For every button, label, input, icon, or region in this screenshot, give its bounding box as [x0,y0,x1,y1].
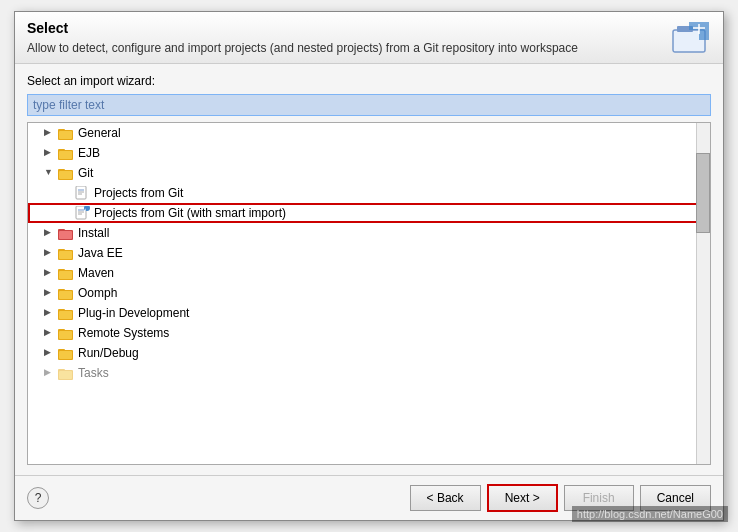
scrollbar[interactable] [696,123,710,464]
folder-icon-plugin-dev [58,306,74,320]
svg-text:i: i [85,207,86,212]
svg-rect-13 [59,171,72,179]
svg-rect-29 [59,251,72,259]
chevron-projects-from-git [60,187,72,199]
tree-item-tasks[interactable]: ▶ Tasks [28,363,710,383]
tree-item-run-debug[interactable]: ▶ Run/Debug [28,343,710,363]
svg-rect-47 [59,371,72,379]
tree-item-general[interactable]: ▶ General [28,123,710,143]
label-ejb: EJB [78,146,100,160]
folder-icon-java-ee [58,246,74,260]
tree-item-plugin-dev[interactable]: ▶ Plug-in Development [28,303,710,323]
tree-item-oomph[interactable]: ▶ Oomph [28,283,710,303]
page-icon-projects-smart: i [74,206,90,220]
tree-item-maven[interactable]: ▶ Maven [28,263,710,283]
svg-rect-38 [59,311,72,319]
dialog-description: Allow to detect, configure and import pr… [27,40,578,57]
tree-container: ▶ General ▶ EJB ▼ [27,122,711,465]
finish-button[interactable]: Finish [564,485,634,511]
tree-item-install[interactable]: ▶ Install [28,223,710,243]
filter-input[interactable] [27,94,711,116]
dialog-title: Select [27,20,578,36]
svg-rect-26 [59,231,72,239]
dialog-footer: ? < Back Next > Finish Cancel [15,475,723,520]
svg-rect-7 [59,131,72,139]
chevron-java-ee: ▶ [44,247,56,259]
title-icon [671,20,711,56]
page-icon-projects-from-git [74,186,90,200]
label-oomph: Oomph [78,286,117,300]
svg-rect-10 [59,151,72,159]
svg-rect-44 [59,351,72,359]
help-button[interactable]: ? [27,487,49,509]
tree-item-remote-systems[interactable]: ▶ Remote Systems [28,323,710,343]
svg-rect-35 [59,291,72,299]
chevron-install: ▶ [44,227,56,239]
label-git: Git [78,166,93,180]
chevron-maven: ▶ [44,267,56,279]
cancel-button[interactable]: Cancel [640,485,711,511]
dialog-title-bar: Select Allow to detect, configure and im… [15,12,723,64]
folder-icon-ejb [58,146,74,160]
label-general: General [78,126,121,140]
chevron-oomph: ▶ [44,287,56,299]
label-run-debug: Run/Debug [78,346,139,360]
tree-item-projects-from-git[interactable]: Projects from Git [28,183,710,203]
scrollbar-thumb[interactable] [696,153,710,233]
folder-icon-git [58,166,74,180]
chevron-run-debug: ▶ [44,347,56,359]
folder-icon-remote-systems [58,326,74,340]
folder-icon-install [58,226,74,240]
label-maven: Maven [78,266,114,280]
chevron-ejb: ▶ [44,147,56,159]
chevron-remote-systems: ▶ [44,327,56,339]
folder-icon-general [58,126,74,140]
label-projects-from-git: Projects from Git [94,186,183,200]
label-projects-from-git-smart: Projects from Git (with smart import) [94,206,286,220]
folder-icon-run-debug [58,346,74,360]
chevron-plugin-dev: ▶ [44,307,56,319]
next-button[interactable]: Next > [487,484,558,512]
label-install: Install [78,226,109,240]
select-dialog: Select Allow to detect, configure and im… [14,11,724,521]
folder-icon-oomph [58,286,74,300]
chevron-general: ▶ [44,127,56,139]
label-tasks: Tasks [78,366,109,380]
chevron-git: ▼ [44,167,56,179]
tree-item-projects-from-git-smart[interactable]: i Projects from Git (with smart import) [28,203,710,223]
chevron-tasks: ▶ [44,367,56,379]
chevron-projects-smart [60,207,72,219]
back-button[interactable]: < Back [410,485,481,511]
folder-icon-tasks [58,366,74,380]
folder-icon-maven [58,266,74,280]
label-plugin-dev: Plug-in Development [78,306,189,320]
dialog-body: Select an import wizard: ▶ General ▶ [15,64,723,475]
wizard-label: Select an import wizard: [27,74,711,88]
tree-item-git[interactable]: ▼ Git [28,163,710,183]
label-java-ee: Java EE [78,246,123,260]
tree-item-java-ee[interactable]: ▶ Java EE [28,243,710,263]
tree-item-ejb[interactable]: ▶ EJB [28,143,710,163]
svg-rect-41 [59,331,72,339]
label-remote-systems: Remote Systems [78,326,169,340]
svg-rect-32 [59,271,72,279]
